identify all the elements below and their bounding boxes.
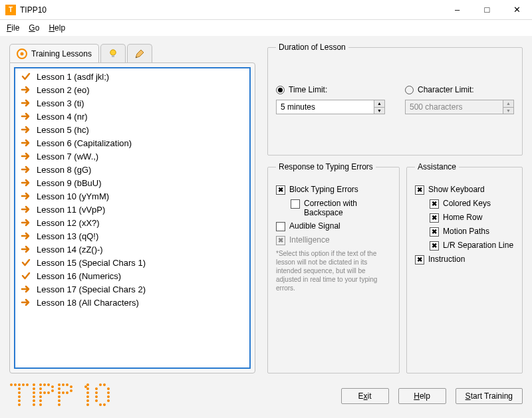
check-icon (21, 71, 31, 82)
time-up-button[interactable]: ▲ (374, 100, 384, 107)
lesson-label: Lesson 11 (vVpP) (37, 205, 105, 215)
checkbox-icon: ✖ (276, 185, 285, 195)
lesson-label: Lesson 3 (ti) (37, 98, 84, 108)
lesson-row[interactable]: Lesson 11 (vVpP) (15, 203, 249, 216)
svg-point-22 (39, 383, 42, 386)
lesson-row[interactable]: Lesson 8 (gG) (15, 163, 249, 176)
lesson-label: Lesson 15 (Special Chars 1) (37, 258, 146, 268)
menu-help[interactable]: Help (49, 23, 65, 33)
assistance-legend: Assistance (415, 162, 459, 171)
check-lr-separation[interactable]: ✖ L/R Separation Line (430, 241, 514, 251)
arrow-right-icon (21, 98, 31, 108)
checkbox-icon: ✖ (415, 185, 424, 195)
arrow-right-icon (21, 164, 31, 175)
lesson-row[interactable]: Lesson 6 (Capitalization) (15, 136, 249, 150)
svg-point-64 (103, 403, 106, 406)
lesson-row[interactable]: Lesson 15 (Special Chars 1) (15, 256, 249, 269)
svg-point-58 (107, 391, 110, 394)
right-column: Duration of Lesson Time Limit: 5 minutes… (267, 43, 523, 373)
char-limit-spinner: 500 characters ▲ ▼ (405, 100, 514, 114)
lesson-label: Lesson 18 (All Characters) (37, 298, 139, 308)
lesson-label: Lesson 4 (nr) (37, 112, 88, 122)
arrow-right-icon (21, 191, 31, 201)
left-column: Training Lessons Lesson 1 (asdf jkl;)Les… (9, 43, 255, 373)
lesson-row[interactable]: Lesson 18 (All Characters) (15, 296, 249, 309)
checkbox-icon: ✖ (430, 241, 439, 251)
lesson-row[interactable]: Lesson 4 (nr) (15, 110, 249, 123)
lesson-row[interactable]: Lesson 17 (Special Chars 2) (15, 282, 249, 296)
svg-point-63 (99, 403, 102, 406)
char-limit-label: Character Limit: (418, 85, 474, 94)
lesson-label: Lesson 13 (qQ!) (37, 231, 98, 241)
svg-point-53 (99, 383, 102, 386)
svg-point-59 (95, 395, 98, 398)
svg-point-12 (18, 391, 21, 394)
menu-go[interactable]: Go (29, 23, 39, 33)
lesson-row[interactable]: Lesson 1 (asdf jkl;) (15, 70, 249, 83)
intelligence-hint: *Select this option if the text of the l… (276, 249, 391, 292)
lesson-row[interactable]: Lesson 10 (yYmM) (15, 189, 249, 203)
lesson-row[interactable]: Lesson 9 (bBuU) (15, 176, 249, 189)
svg-point-15 (18, 403, 21, 406)
tab-edit[interactable] (127, 44, 152, 62)
lesson-label: Lesson 16 (Numerics) (37, 271, 121, 281)
close-button[interactable]: ✕ (502, 0, 532, 20)
help-button[interactable]: Help (398, 388, 446, 404)
lesson-row[interactable]: Lesson 7 (wW.,) (15, 150, 249, 163)
check-icon (21, 257, 31, 268)
svg-point-48 (86, 387, 89, 390)
tipp10-logo-icon (9, 381, 136, 408)
svg-rect-3 (112, 55, 114, 57)
radio-time-limit[interactable]: Time Limit: (276, 85, 385, 94)
checkbox-icon: ✖ (415, 255, 424, 264)
svg-point-20 (33, 399, 35, 402)
radio-character-limit[interactable]: Character Limit: (405, 85, 514, 94)
lesson-label: Lesson 10 (yYmM) (37, 191, 109, 201)
lesson-row[interactable]: Lesson 5 (hc) (15, 123, 249, 136)
lesson-row[interactable]: Lesson 13 (qQ!) (15, 229, 249, 243)
lesson-label: Lesson 2 (eo) (37, 85, 90, 95)
svg-point-13 (18, 395, 21, 398)
svg-point-54 (103, 383, 106, 386)
svg-point-44 (66, 391, 68, 394)
minimize-button[interactable]: – (442, 0, 472, 20)
svg-point-6 (10, 383, 13, 386)
check-instruction[interactable]: ✖ Instruction (415, 255, 514, 264)
time-limit-spinner[interactable]: 5 minutes ▲ ▼ (276, 100, 385, 114)
time-limit-value: 5 minutes (277, 100, 374, 114)
svg-point-42 (70, 385, 72, 388)
check-audible-signal[interactable]: Audible Signal (276, 221, 391, 231)
check-home-row[interactable]: ✖ Home Row (430, 213, 514, 223)
check-block-errors[interactable]: ✖ Block Typing Errors (276, 185, 391, 195)
lesson-row[interactable]: Lesson 3 (ti) (15, 96, 249, 110)
start-training-button[interactable]: Start Training (456, 388, 523, 404)
svg-point-39 (58, 403, 61, 406)
svg-point-41 (66, 383, 68, 386)
lesson-row[interactable]: Lesson 12 (xX?) (15, 216, 249, 229)
time-down-button[interactable]: ▼ (374, 107, 384, 114)
menu-file[interactable]: File (7, 23, 19, 33)
tab-training-lessons[interactable]: Training Lessons (9, 44, 99, 62)
maximize-button[interactable]: □ (472, 0, 502, 20)
lesson-row[interactable]: Lesson 2 (eo) (15, 83, 249, 96)
tab-lightbulb[interactable] (100, 44, 126, 62)
svg-point-1 (21, 52, 24, 55)
exit-button[interactable]: Exit (341, 388, 389, 404)
arrow-right-icon (21, 124, 31, 135)
svg-point-50 (86, 395, 89, 398)
lesson-row[interactable]: Lesson 16 (Numerics) (15, 269, 249, 282)
svg-point-43 (70, 389, 72, 392)
lesson-list[interactable]: Lesson 1 (asdf jkl;)Lesson 2 (eo)Lesson … (14, 67, 251, 369)
svg-point-36 (58, 391, 61, 394)
check-correction-backspace[interactable]: Correction with Backspace (291, 199, 391, 217)
svg-point-45 (62, 391, 65, 394)
check-colored-keys[interactable]: ✖ Colored Keys (430, 199, 514, 209)
svg-point-2 (110, 49, 116, 54)
check-motion-paths[interactable]: ✖ Motion Paths (430, 227, 514, 237)
lesson-row[interactable]: Lesson 14 (zZ()-) (15, 243, 249, 256)
char-down-button: ▼ (503, 107, 513, 114)
svg-point-16 (33, 383, 35, 386)
svg-point-18 (33, 391, 35, 394)
check-show-keyboard[interactable]: ✖ Show Keyboard (415, 185, 514, 195)
svg-point-46 (86, 383, 89, 386)
